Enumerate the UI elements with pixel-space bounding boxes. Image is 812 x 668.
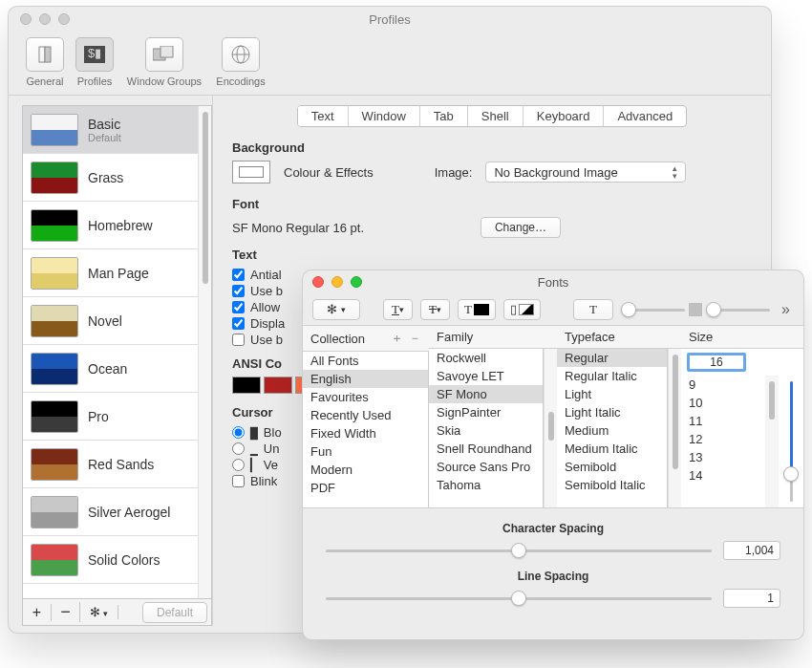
remove-collection-button[interactable]: －: [409, 330, 421, 347]
typeface-item[interactable]: Medium Italic: [557, 440, 667, 458]
profile-row-basic[interactable]: BasicDefault: [23, 106, 198, 154]
profile-row-homebrew[interactable]: Homebrew: [23, 202, 198, 249]
scrollbar[interactable]: [765, 376, 779, 507]
size-item[interactable]: 13: [681, 448, 765, 466]
collection-item[interactable]: Fun: [303, 442, 428, 461]
profile-thumb: [31, 162, 78, 194]
scrollbar[interactable]: [668, 349, 681, 507]
collection-item[interactable]: PDF: [303, 479, 428, 497]
strikethrough-menu[interactable]: T ▾: [420, 299, 450, 320]
family-item[interactable]: Rockwell: [429, 349, 543, 367]
typeface-item[interactable]: Semibold: [557, 458, 667, 476]
tab-window[interactable]: Window: [349, 106, 420, 126]
typeface-item[interactable]: Regular Italic: [557, 367, 667, 385]
collection-item[interactable]: Recently Used: [303, 406, 428, 424]
profile-thumb: [31, 114, 78, 146]
profile-row-novel[interactable]: Novel: [23, 297, 198, 345]
profile-thumb: [31, 544, 78, 576]
char-spacing-input[interactable]: [723, 541, 780, 560]
ansi-swatch[interactable]: [232, 377, 261, 394]
collection-item[interactable]: Modern: [303, 461, 428, 479]
family-item[interactable]: Source Sans Pro: [429, 458, 543, 476]
profile-row-ocean[interactable]: Ocean: [23, 345, 198, 393]
tab-tab[interactable]: Tab: [420, 106, 468, 126]
terminal-icon: $▮: [84, 46, 105, 63]
switch-icon: [35, 45, 54, 64]
family-item[interactable]: SF Mono: [429, 385, 543, 403]
window-groups-icon: [153, 46, 176, 63]
profile-actions-menu[interactable]: ✻ ▾: [80, 605, 118, 619]
change-font-button[interactable]: Change…: [481, 217, 561, 238]
char-spacing-slider[interactable]: [326, 541, 712, 560]
gear-icon: ✻: [327, 302, 337, 316]
document-color-button[interactable]: ▯: [503, 299, 541, 320]
family-item[interactable]: Savoye LET: [429, 367, 543, 385]
current-font-label: SF Mono Regular 16 pt.: [232, 221, 364, 235]
line-spacing-input[interactable]: [723, 589, 780, 608]
size-item[interactable]: 14: [681, 466, 765, 485]
size-item[interactable]: 12: [681, 430, 765, 448]
collection-item[interactable]: All Fonts: [303, 352, 428, 370]
font-actions-menu[interactable]: ✻▾: [312, 299, 360, 320]
typeface-item[interactable]: Regular: [557, 349, 667, 367]
globe-icon: [230, 44, 251, 65]
profile-row-pro[interactable]: Pro: [23, 393, 198, 441]
tabs[interactable]: TextWindowTabShellKeyboardAdvanced: [297, 105, 687, 127]
colour-well[interactable]: [232, 161, 270, 183]
text-color-button[interactable]: T: [458, 299, 496, 320]
shadow-blur-slider[interactable]: [706, 300, 770, 319]
toolbar-item-window-groups[interactable]: Window Groups: [121, 37, 207, 87]
font-heading: Font: [232, 197, 752, 211]
family-list[interactable]: RockwellSavoye LETSF MonoSignPainterSkia…: [429, 349, 544, 507]
collection-item[interactable]: Favourites: [303, 388, 428, 406]
family-header: Family: [437, 330, 473, 344]
family-item[interactable]: Snell Roundhand: [429, 440, 543, 458]
typeface-item[interactable]: Medium: [557, 421, 667, 440]
add-profile-button[interactable]: +: [23, 604, 52, 621]
profile-row-grass[interactable]: Grass: [23, 154, 198, 202]
default-button[interactable]: Default: [142, 602, 207, 623]
colour-effects-label: Colour & Effects: [284, 165, 374, 180]
family-item[interactable]: Skia: [429, 421, 543, 440]
profile-row-man-page[interactable]: Man Page: [23, 249, 198, 297]
profile-row-solid-colors[interactable]: Solid Colors: [23, 536, 198, 584]
toolbar-item-general[interactable]: General: [22, 37, 68, 87]
size-list[interactable]: 91011121314: [681, 376, 765, 507]
family-item[interactable]: Tahoma: [429, 476, 543, 494]
line-spacing-slider[interactable]: [326, 589, 712, 608]
profile-row-red-sands[interactable]: Red Sands: [23, 441, 198, 488]
collection-item[interactable]: English: [303, 370, 428, 388]
typeface-list[interactable]: RegularRegular ItalicLightLight ItalicMe…: [557, 349, 668, 507]
profile-thumb: [31, 496, 78, 528]
tab-shell[interactable]: Shell: [468, 106, 524, 126]
typeface-item[interactable]: Light Italic: [557, 403, 667, 421]
overflow-button[interactable]: »: [778, 301, 794, 318]
image-popup[interactable]: No Background Image ▴▾: [485, 162, 686, 183]
underline-menu[interactable]: T ▾: [383, 299, 413, 320]
size-item[interactable]: 11: [681, 412, 765, 430]
toolbar-item-encodings[interactable]: Encodings: [211, 37, 270, 87]
typography-button[interactable]: T: [573, 299, 613, 320]
size-input[interactable]: [687, 353, 746, 372]
tab-keyboard[interactable]: Keyboard: [524, 106, 605, 126]
size-slider-vertical[interactable]: [779, 376, 803, 507]
size-item[interactable]: 9: [681, 376, 765, 394]
shadow-opacity-slider[interactable]: [621, 300, 685, 319]
toolbar-item-profiles[interactable]: $▮ Profiles: [72, 37, 118, 87]
profile-row-silver-aerogel[interactable]: Silver Aerogel: [23, 488, 198, 536]
typeface-item[interactable]: Light: [557, 385, 667, 403]
ansi-swatch[interactable]: [264, 377, 292, 394]
size-item[interactable]: 10: [681, 394, 765, 412]
tab-advanced[interactable]: Advanced: [604, 106, 686, 126]
collection-item[interactable]: Fixed Width: [303, 424, 428, 442]
typeface-item[interactable]: Semibold Italic: [557, 476, 667, 494]
collection-list[interactable]: All FontsEnglishFavouritesRecently UsedF…: [303, 352, 429, 507]
tab-text[interactable]: Text: [298, 106, 349, 126]
profile-list[interactable]: BasicDefaultGrassHomebrewMan PageNovelOc…: [23, 106, 198, 598]
add-collection-button[interactable]: ＋: [391, 330, 403, 347]
scrollbar[interactable]: [544, 349, 557, 507]
scrollbar[interactable]: [198, 106, 211, 598]
window-title: Profiles: [9, 12, 771, 27]
remove-profile-button[interactable]: −: [52, 602, 80, 622]
family-item[interactable]: SignPainter: [429, 403, 543, 421]
